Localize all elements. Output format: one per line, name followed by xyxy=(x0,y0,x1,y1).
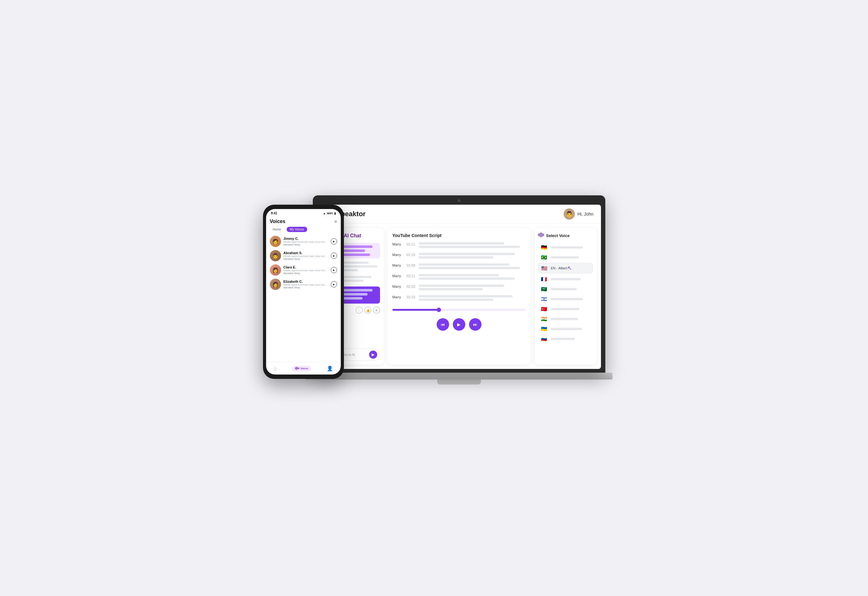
user-greeting: Hi, John xyxy=(577,211,593,217)
player-controls: ⏮ ▶ ⏭ xyxy=(392,318,526,330)
svg-rect-2 xyxy=(541,232,541,238)
script-row: Marry 01:58 xyxy=(392,264,526,270)
voice-item-de[interactable]: 🇩🇪 xyxy=(538,243,593,252)
svg-rect-0 xyxy=(538,234,539,236)
script-row: Marry 02:11 xyxy=(392,274,526,281)
script-content xyxy=(418,253,526,260)
script-name: Marry xyxy=(392,295,404,299)
voice-panel: Select Voice 🇩🇪 🇧🇷 xyxy=(534,228,597,364)
phone: 9:41 ▲ WiFi ▮ Voices ≡ Home My Voices xyxy=(263,205,344,379)
list-item: 👩 Elizabeth C. Middle aged American male… xyxy=(270,279,337,290)
voice-line xyxy=(550,288,577,290)
voice-item-il[interactable]: 🇮🇱 xyxy=(538,295,593,303)
avatar-clara: 👩 xyxy=(270,264,281,276)
voice-tag: Narrative Story xyxy=(284,258,328,260)
voice-person-desc: Middle aged American male voice with a..… xyxy=(284,255,328,258)
phone-time: 9:41 xyxy=(271,211,277,215)
heart-reaction[interactable]: ♡ xyxy=(356,307,362,314)
voice-item-us[interactable]: 🇺🇸 EN - Albert ↖ xyxy=(538,263,593,273)
flag-us: 🇺🇸 xyxy=(540,266,549,271)
phone-header: Voices ≡ xyxy=(270,219,337,224)
voice-item-in[interactable]: 🇮🇳 xyxy=(538,314,593,323)
avatar-abraham: 👨 xyxy=(270,250,281,261)
avatar-elizabeth: 👩 xyxy=(270,279,281,290)
flag-in: 🇮🇳 xyxy=(540,316,548,322)
voice-person-desc: Middle aged American male voice with a..… xyxy=(284,283,328,286)
voice-item-sa[interactable]: 🇸🇦 xyxy=(538,285,593,294)
progress-bar-container[interactable] xyxy=(392,309,526,311)
svg-rect-6 xyxy=(296,367,297,370)
avatar-jimmy: 🧑 xyxy=(270,236,281,247)
voice-panel-header: Select Voice xyxy=(538,232,593,239)
voice-line xyxy=(550,278,581,280)
play-button-elizabeth[interactable]: ▶ xyxy=(331,281,337,288)
nav-home[interactable]: ⌂ xyxy=(274,366,277,372)
script-time: 02:23 xyxy=(407,285,416,288)
wifi-icon: WiFi xyxy=(327,212,333,215)
play-button-clara[interactable]: ▶ xyxy=(331,267,337,273)
voice-item-fr[interactable]: 🇫🇷 xyxy=(538,275,593,283)
phone-title: Voices xyxy=(270,219,285,224)
voice-info: Elizabeth C. Middle aged American male v… xyxy=(284,280,328,289)
tab-my-voices[interactable]: My Voices xyxy=(287,227,307,232)
svg-rect-1 xyxy=(539,233,540,237)
script-content xyxy=(418,285,526,292)
svg-rect-3 xyxy=(542,233,543,237)
voice-item-tr[interactable]: 🇹🇷 xyxy=(538,304,593,313)
script-time: 01:23 xyxy=(407,253,416,257)
profile-icon: 👤 xyxy=(327,366,333,372)
filter-icon[interactable]: ≡ xyxy=(334,219,337,224)
script-row: Marry 01:11 xyxy=(392,242,526,249)
script-name: Marry xyxy=(392,253,404,257)
script-content xyxy=(418,295,526,302)
star-reaction[interactable]: ★ xyxy=(373,307,380,314)
svg-rect-8 xyxy=(298,367,299,369)
svg-rect-4 xyxy=(543,234,544,236)
play-button-jimmy[interactable]: ▶ xyxy=(331,238,337,245)
play-button-abraham[interactable]: ▶ xyxy=(331,252,337,259)
voice-line-container xyxy=(550,338,591,340)
voice-item-ru[interactable]: 🇷🇺 xyxy=(538,334,593,343)
voice-item-ua[interactable]: 🇺🇦 xyxy=(538,325,593,333)
progress-bar-fill xyxy=(392,309,439,311)
skip-forward-button[interactable]: ⏭ xyxy=(469,318,482,330)
script-content xyxy=(418,264,526,270)
laptop-stand xyxy=(437,379,481,385)
skip-back-button[interactable]: ⏮ xyxy=(437,318,449,330)
progress-handle[interactable] xyxy=(437,308,441,312)
chat-send-button[interactable]: ▶ xyxy=(369,351,377,358)
play-button[interactable]: ▶ xyxy=(453,318,465,330)
voice-line xyxy=(550,298,583,300)
home-icon: ⌂ xyxy=(274,366,277,372)
svg-rect-7 xyxy=(297,367,297,370)
laptop-base xyxy=(305,373,612,379)
screen-header: S Speaktor 👨 Hi, John xyxy=(317,205,601,224)
flag-il: 🇮🇱 xyxy=(540,296,548,302)
voice-line xyxy=(550,256,579,258)
script-row: Marry 02:23 xyxy=(392,295,526,302)
phone-nav: ⌂ Voices xyxy=(266,362,341,375)
user-info: 👨 Hi, John xyxy=(563,208,593,220)
nav-voices[interactable]: Voices xyxy=(292,366,311,372)
flag-ru: 🇷🇺 xyxy=(540,336,548,342)
voice-person-name: Abraham S. xyxy=(284,251,328,255)
laptop-screen: S Speaktor 👨 Hi, John AI Chat xyxy=(317,205,601,369)
tab-home[interactable]: Home xyxy=(270,227,284,232)
nav-profile[interactable]: 👤 xyxy=(327,366,333,372)
flag-fr: 🇫🇷 xyxy=(540,276,548,282)
voice-item-br[interactable]: 🇧🇷 xyxy=(538,253,593,262)
list-item: 👨 Abraham S. Middle aged American male v… xyxy=(270,250,337,261)
script-content xyxy=(418,242,526,249)
script-name: Marry xyxy=(392,274,404,278)
voice-info: Jimmy C. Middle aged American male voice… xyxy=(284,237,328,246)
script-name: Marry xyxy=(392,285,404,288)
voice-person-name: Elizabeth C. xyxy=(284,280,328,283)
thumbs-up-reaction[interactable]: 👍 xyxy=(364,307,371,314)
voice-person-name: Jimmy C. xyxy=(284,237,328,240)
voice-line-container xyxy=(550,256,591,258)
voice-tag: Narrative Story xyxy=(284,286,328,289)
battery-icon: ▮ xyxy=(334,212,336,215)
voice-line xyxy=(550,338,575,340)
voice-tag: Narrative Story xyxy=(284,243,328,246)
phone-tabs: Home My Voices xyxy=(270,227,337,232)
